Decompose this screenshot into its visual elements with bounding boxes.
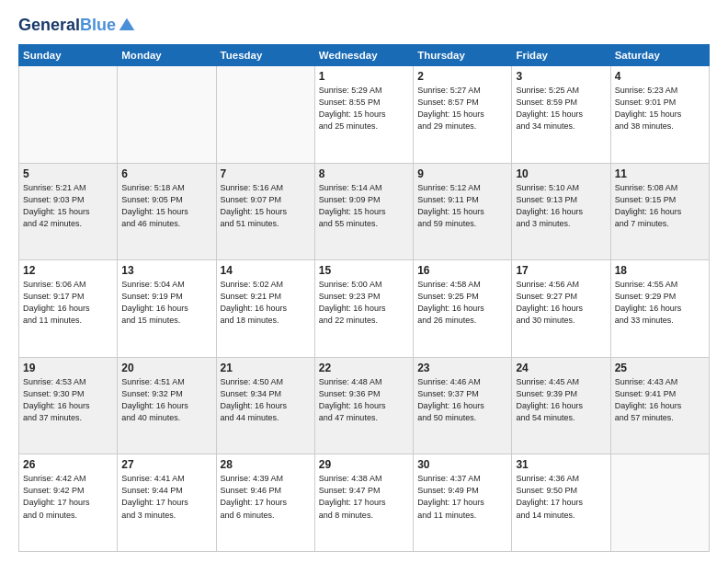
svg-marker-0 [119, 18, 135, 30]
calendar-cell: 7Sunrise: 5:16 AM Sunset: 9:07 PM Daylig… [216, 163, 314, 260]
day-info: Sunrise: 5:10 AM Sunset: 9:13 PM Dayligh… [516, 182, 606, 230]
weekday-header-sunday: Sunday [19, 45, 118, 66]
day-info: Sunrise: 5:23 AM Sunset: 9:01 PM Dayligh… [615, 85, 705, 132]
day-info: Sunrise: 5:04 AM Sunset: 9:19 PM Dayligh… [121, 279, 211, 327]
day-info: Sunrise: 5:18 AM Sunset: 9:05 PM Dayligh… [121, 182, 211, 230]
day-info: Sunrise: 5:12 AM Sunset: 9:11 PM Dayligh… [417, 182, 507, 230]
calendar-cell: 31Sunrise: 4:36 AM Sunset: 9:50 PM Dayli… [512, 454, 610, 552]
week-row-0: 1Sunrise: 5:29 AM Sunset: 8:55 PM Daylig… [19, 66, 710, 164]
day-number: 12 [23, 264, 113, 277]
calendar-cell: 10Sunrise: 5:10 AM Sunset: 9:13 PM Dayli… [512, 163, 610, 260]
day-number: 26 [23, 458, 113, 471]
day-number: 31 [516, 458, 606, 471]
weekday-header-friday: Friday [512, 45, 610, 66]
header: GeneralBlue [18, 17, 710, 35]
day-info: Sunrise: 4:38 AM Sunset: 9:47 PM Dayligh… [319, 473, 409, 521]
day-number: 4 [615, 70, 705, 83]
day-number: 8 [319, 167, 409, 180]
day-info: Sunrise: 4:36 AM Sunset: 9:50 PM Dayligh… [516, 473, 606, 521]
day-number: 17 [516, 264, 606, 277]
day-number: 21 [221, 362, 311, 374]
calendar-table: SundayMondayTuesdayWednesdayThursdayFrid… [18, 44, 710, 552]
calendar-cell: 27Sunrise: 4:41 AM Sunset: 9:44 PM Dayli… [118, 454, 216, 552]
calendar-cell: 15Sunrise: 5:00 AM Sunset: 9:23 PM Dayli… [314, 260, 413, 358]
calendar-cell: 29Sunrise: 4:38 AM Sunset: 9:47 PM Dayli… [314, 454, 413, 552]
day-info: Sunrise: 5:21 AM Sunset: 9:03 PM Dayligh… [23, 182, 113, 230]
calendar-cell: 5Sunrise: 5:21 AM Sunset: 9:03 PM Daylig… [19, 163, 118, 260]
day-number: 19 [23, 362, 113, 374]
calendar-cell: 13Sunrise: 5:04 AM Sunset: 9:19 PM Dayli… [118, 260, 216, 358]
calendar-cell: 28Sunrise: 4:39 AM Sunset: 9:46 PM Dayli… [216, 454, 314, 552]
day-info: Sunrise: 4:43 AM Sunset: 9:41 PM Dayligh… [615, 376, 705, 424]
calendar-cell [610, 454, 709, 552]
day-info: Sunrise: 4:50 AM Sunset: 9:34 PM Dayligh… [221, 376, 311, 424]
logo: GeneralBlue [18, 17, 136, 35]
calendar-cell: 14Sunrise: 5:02 AM Sunset: 9:21 PM Dayli… [216, 260, 314, 358]
week-row-1: 5Sunrise: 5:21 AM Sunset: 9:03 PM Daylig… [19, 163, 710, 260]
day-info: Sunrise: 4:46 AM Sunset: 9:37 PM Dayligh… [417, 376, 507, 424]
week-row-3: 19Sunrise: 4:53 AM Sunset: 9:30 PM Dayli… [19, 357, 710, 454]
day-number: 23 [417, 362, 507, 374]
weekday-header-monday: Monday [118, 45, 216, 66]
day-info: Sunrise: 4:39 AM Sunset: 9:46 PM Dayligh… [221, 473, 311, 521]
weekday-header-thursday: Thursday [414, 45, 512, 66]
day-info: Sunrise: 4:42 AM Sunset: 9:42 PM Dayligh… [23, 473, 113, 521]
calendar-cell [118, 66, 216, 164]
day-info: Sunrise: 5:14 AM Sunset: 9:09 PM Dayligh… [319, 182, 409, 230]
day-number: 2 [417, 70, 507, 83]
day-info: Sunrise: 5:16 AM Sunset: 9:07 PM Dayligh… [221, 182, 311, 230]
day-info: Sunrise: 5:02 AM Sunset: 9:21 PM Dayligh… [221, 279, 311, 327]
day-number: 13 [121, 264, 211, 277]
calendar-cell: 20Sunrise: 4:51 AM Sunset: 9:32 PM Dayli… [118, 357, 216, 454]
calendar-cell: 12Sunrise: 5:06 AM Sunset: 9:17 PM Dayli… [19, 260, 118, 358]
calendar-cell: 26Sunrise: 4:42 AM Sunset: 9:42 PM Dayli… [19, 454, 118, 552]
calendar-cell: 23Sunrise: 4:46 AM Sunset: 9:37 PM Dayli… [414, 357, 512, 454]
calendar-cell: 11Sunrise: 5:08 AM Sunset: 9:15 PM Dayli… [610, 163, 709, 260]
calendar-cell [19, 66, 118, 164]
day-info: Sunrise: 4:48 AM Sunset: 9:36 PM Dayligh… [319, 376, 409, 424]
day-info: Sunrise: 4:55 AM Sunset: 9:29 PM Dayligh… [615, 279, 705, 327]
day-number: 30 [417, 458, 507, 471]
day-number: 15 [319, 264, 409, 277]
calendar-cell: 3Sunrise: 5:25 AM Sunset: 8:59 PM Daylig… [512, 66, 610, 164]
day-number: 10 [516, 167, 606, 180]
calendar-cell: 19Sunrise: 4:53 AM Sunset: 9:30 PM Dayli… [19, 357, 118, 454]
day-number: 22 [319, 362, 409, 374]
page: GeneralBlue SundayMondayTuesdayWednesday… [0, 0, 728, 563]
week-row-4: 26Sunrise: 4:42 AM Sunset: 9:42 PM Dayli… [19, 454, 710, 552]
day-info: Sunrise: 4:53 AM Sunset: 9:30 PM Dayligh… [23, 376, 113, 424]
day-number: 1 [319, 70, 409, 83]
day-info: Sunrise: 5:06 AM Sunset: 9:17 PM Dayligh… [23, 279, 113, 327]
day-number: 11 [615, 167, 705, 180]
day-number: 28 [221, 458, 311, 471]
weekday-header-row: SundayMondayTuesdayWednesdayThursdayFrid… [19, 45, 710, 66]
day-info: Sunrise: 4:56 AM Sunset: 9:27 PM Dayligh… [516, 279, 606, 327]
day-info: Sunrise: 5:29 AM Sunset: 8:55 PM Dayligh… [319, 85, 409, 132]
calendar-cell: 25Sunrise: 4:43 AM Sunset: 9:41 PM Dayli… [610, 357, 709, 454]
calendar-cell: 22Sunrise: 4:48 AM Sunset: 9:36 PM Dayli… [314, 357, 413, 454]
day-number: 18 [615, 264, 705, 277]
day-number: 16 [417, 264, 507, 277]
day-info: Sunrise: 4:58 AM Sunset: 9:25 PM Dayligh… [417, 279, 507, 327]
calendar-cell [216, 66, 314, 164]
calendar-cell: 1Sunrise: 5:29 AM Sunset: 8:55 PM Daylig… [314, 66, 413, 164]
day-number: 3 [516, 70, 606, 83]
day-info: Sunrise: 5:27 AM Sunset: 8:57 PM Dayligh… [417, 85, 507, 132]
calendar-cell: 2Sunrise: 5:27 AM Sunset: 8:57 PM Daylig… [414, 66, 512, 164]
day-info: Sunrise: 5:25 AM Sunset: 8:59 PM Dayligh… [516, 85, 606, 132]
calendar-cell: 16Sunrise: 4:58 AM Sunset: 9:25 PM Dayli… [414, 260, 512, 358]
weekday-header-saturday: Saturday [610, 45, 709, 66]
day-info: Sunrise: 4:37 AM Sunset: 9:49 PM Dayligh… [417, 473, 507, 521]
day-number: 9 [417, 167, 507, 180]
calendar-cell: 21Sunrise: 4:50 AM Sunset: 9:34 PM Dayli… [216, 357, 314, 454]
logo-icon [118, 17, 136, 35]
calendar-cell: 9Sunrise: 5:12 AM Sunset: 9:11 PM Daylig… [414, 163, 512, 260]
day-info: Sunrise: 5:00 AM Sunset: 9:23 PM Dayligh… [319, 279, 409, 327]
calendar-cell: 30Sunrise: 4:37 AM Sunset: 9:49 PM Dayli… [414, 454, 512, 552]
day-number: 27 [121, 458, 211, 471]
calendar-cell: 4Sunrise: 5:23 AM Sunset: 9:01 PM Daylig… [610, 66, 709, 164]
calendar-cell: 18Sunrise: 4:55 AM Sunset: 9:29 PM Dayli… [610, 260, 709, 358]
weekday-header-tuesday: Tuesday [216, 45, 314, 66]
day-number: 5 [23, 167, 113, 180]
logo-text: GeneralBlue [18, 17, 116, 35]
